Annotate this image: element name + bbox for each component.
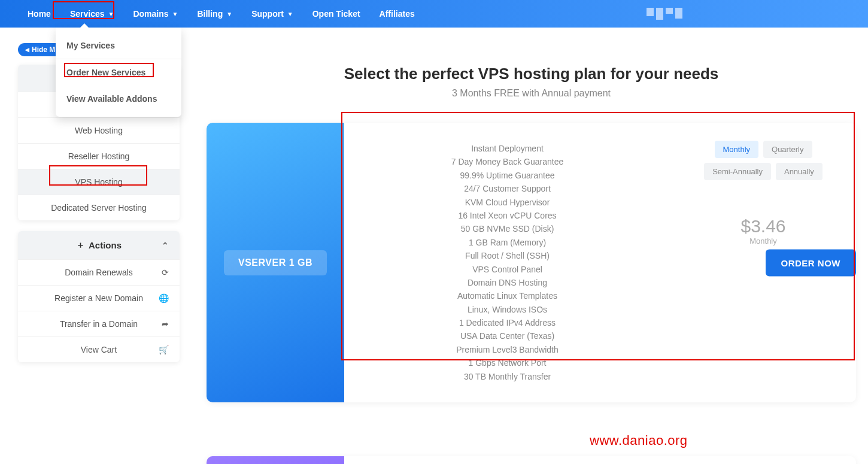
feature-line: Instant Deployment bbox=[356, 142, 658, 155]
actions-card: ＋Actions⌃ Domain Renewals⟳ Register a Ne… bbox=[18, 231, 180, 362]
feature-line: Full Root / Shell (SSH) bbox=[356, 249, 658, 262]
logo bbox=[647, 8, 682, 20]
plan-period: Monthly bbox=[749, 236, 777, 245]
action-transfer[interactable]: Transfer in a Domain➦ bbox=[18, 311, 180, 336]
order-now-button[interactable]: ORDER NOW bbox=[766, 249, 857, 276]
nav-support[interactable]: Support▼ bbox=[242, 0, 303, 28]
action-register[interactable]: Register a New Domain🌐 bbox=[18, 285, 180, 311]
feature-line: Automatic Linux Templates bbox=[356, 289, 658, 302]
sidebar-vps[interactable]: VPS Hosting bbox=[18, 169, 180, 195]
cart-icon: 🛒 bbox=[159, 345, 169, 354]
tab-monthly[interactable]: Monthly bbox=[715, 141, 759, 158]
feature-line: 50 GB NVMe SSD (Disk) bbox=[356, 222, 658, 235]
feature-line: Linux, Windows ISOs bbox=[356, 303, 658, 316]
feature-line: Premium Level3 Bandwidth bbox=[356, 343, 658, 356]
plan-name: VSERVER 1 GB bbox=[224, 250, 327, 275]
sidebar-web-hosting[interactable]: Web Hosting bbox=[18, 117, 180, 143]
nav-home[interactable]: Home bbox=[18, 0, 60, 28]
feature-line: 16 Intel Xeon vCPU Cores bbox=[356, 209, 658, 222]
tab-quarterly[interactable]: Quarterly bbox=[763, 141, 812, 158]
nav-services[interactable]: Services▼ bbox=[60, 0, 124, 28]
feature-line: 24/7 Customer Support bbox=[356, 182, 658, 195]
main-content: Select the perfect VPS hosting plan for … bbox=[207, 65, 856, 464]
feature-line: 7 Day Money Back Guarantee bbox=[356, 155, 658, 168]
globe-icon: 🌐 bbox=[159, 293, 169, 303]
watermark: www.daniao.org bbox=[590, 433, 688, 448]
plan-badge: VSERVER 1 GB bbox=[207, 123, 344, 402]
actions-header[interactable]: ＋Actions⌃ bbox=[18, 231, 180, 259]
feature-line: Domain DNS Hosting bbox=[356, 276, 658, 289]
plan-features: Instant Deployment7 Day Money Back Guara… bbox=[344, 456, 670, 464]
plan-card-1gb: VSERVER 1 GB Instant Deployment7 Day Mon… bbox=[207, 123, 856, 402]
nav-billing[interactable]: Billing▼ bbox=[187, 0, 242, 28]
feature-line: USA Data Center (Texas) bbox=[356, 329, 658, 342]
services-dropdown: My Services Order New Services View Avai… bbox=[56, 28, 181, 117]
feature-line: KVM Cloud Hypervisor bbox=[356, 196, 658, 209]
plan-price: $3.46 bbox=[740, 216, 785, 236]
plan-pricing: Monthly Quarterly Semi-Annually Annually bbox=[670, 456, 856, 464]
share-icon: ➦ bbox=[162, 319, 169, 329]
plan-badge bbox=[207, 456, 344, 464]
page-title: Select the perfect VPS hosting plan for … bbox=[207, 65, 856, 83]
action-cart[interactable]: View Cart🛒 bbox=[18, 336, 180, 362]
caret-down-icon: ▼ bbox=[226, 11, 232, 17]
caret-down-icon: ▼ bbox=[287, 11, 293, 17]
plan-features: Instant Deployment7 Day Money Back Guara… bbox=[344, 123, 670, 402]
feature-line: 1 Dedicated IPv4 Address bbox=[356, 316, 658, 329]
dd-order-new[interactable]: Order New Services bbox=[56, 59, 181, 86]
plan-card-2: Instant Deployment7 Day Money Back Guara… bbox=[207, 456, 856, 464]
caret-down-icon: ▼ bbox=[108, 11, 114, 17]
feature-line: 99.9% Uptime Guarantee bbox=[356, 169, 658, 182]
feature-line: 30 TB Monthly Transfer bbox=[356, 370, 658, 383]
sidebar-reseller[interactable]: Reseller Hosting bbox=[18, 143, 180, 169]
tab-annually[interactable]: Annually bbox=[776, 163, 823, 180]
chevron-up-icon: ⌃ bbox=[162, 241, 169, 250]
nav-affiliates[interactable]: Affiliates bbox=[370, 0, 424, 28]
dd-my-services[interactable]: My Services bbox=[56, 32, 181, 59]
sidebar-dedicated[interactable]: Dedicated Server Hosting bbox=[18, 195, 180, 220]
dd-addons[interactable]: View Available Addons bbox=[56, 86, 181, 112]
feature-line: 1 GB Ram (Memory) bbox=[356, 236, 658, 249]
billing-tabs: Monthly Quarterly Semi-Annually Annually bbox=[685, 141, 842, 180]
refresh-icon: ⟳ bbox=[162, 268, 169, 277]
action-renewals[interactable]: Domain Renewals⟳ bbox=[18, 259, 180, 285]
top-nav: Home Services▼ Domains▼ Billing▼ Support… bbox=[0, 0, 868, 28]
nav-open-ticket[interactable]: Open Ticket bbox=[303, 0, 370, 28]
feature-line: 1 Gbps Network Port bbox=[356, 356, 658, 369]
nav-domains[interactable]: Domains▼ bbox=[123, 0, 187, 28]
page-subtitle: 3 Months FREE with Annual payment bbox=[207, 88, 856, 99]
tab-semi[interactable]: Semi-Annually bbox=[704, 163, 771, 180]
feature-line: VPS Control Panel bbox=[356, 263, 658, 276]
caret-down-icon: ▼ bbox=[172, 11, 178, 17]
